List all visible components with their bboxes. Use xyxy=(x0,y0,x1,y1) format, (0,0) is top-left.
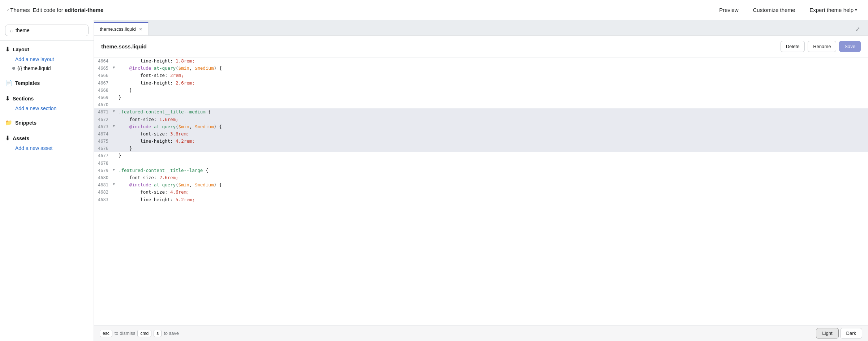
colon: : xyxy=(165,73,168,78)
code-editor[interactable]: 4664 line-height: 1.8rem;4665▼ @include … xyxy=(94,57,868,325)
line-number: 4666 xyxy=(94,72,113,79)
collapse-arrow[interactable]: ▼ xyxy=(113,108,119,116)
table-row: 4679▼.featured-content__title--large { xyxy=(94,167,868,174)
value-token: 2.6rem; xyxy=(176,80,195,86)
code-line-content: font-size: 1.6rem; xyxy=(119,116,868,123)
layout-label: Layout xyxy=(13,47,29,52)
light-theme-button[interactable]: Light xyxy=(816,328,838,338)
add-asset-link[interactable]: Add a new asset xyxy=(5,144,89,152)
line-number: 4672 xyxy=(94,116,113,123)
collapse-arrow xyxy=(113,57,119,65)
table-row: 4670 xyxy=(94,101,868,108)
collapse-arrow xyxy=(113,94,119,101)
header-left: ‹ Themes Edit code for editorial-theme xyxy=(7,7,103,13)
file-header: theme.scss.liquid Delete Rename Save xyxy=(94,36,868,57)
table-row: 4671▼.featured-content__title--medium { xyxy=(94,108,868,116)
var-token: $medium xyxy=(195,182,214,187)
assets-header: ⬇ Assets xyxy=(5,135,89,142)
value-token: 2.6rem; xyxy=(159,175,179,180)
property-token: font-size xyxy=(129,117,154,122)
add-layout-link[interactable]: Add a new layout xyxy=(5,55,89,64)
collapse-arrow xyxy=(113,160,119,167)
templates-label: Templates xyxy=(15,80,40,86)
table-row: 4680 font-size: 2.6rem; xyxy=(94,174,868,181)
collapse-arrow[interactable]: ▼ xyxy=(113,123,119,130)
assets-section: ⬇ Assets Add a new asset xyxy=(0,130,94,154)
templates-icon: 📄 xyxy=(5,79,12,86)
sidebar: ⌕ ⬇ Layout Add a new layout {/} theme.li… xyxy=(0,20,94,341)
themes-back-link[interactable]: ‹ Themes xyxy=(7,7,30,13)
dismiss-label: to dismiss xyxy=(115,331,136,336)
colon: : xyxy=(170,138,173,144)
code-line-content: line-height: 4.2rem; xyxy=(119,138,868,145)
line-number: 4671 xyxy=(94,108,113,116)
property-token: font-size xyxy=(129,175,154,180)
collapse-arrow[interactable]: ▼ xyxy=(113,167,119,174)
colon: : xyxy=(170,58,173,64)
collapse-arrow xyxy=(113,116,119,123)
assets-label: Assets xyxy=(13,135,29,141)
collapse-arrow xyxy=(113,87,119,94)
expert-theme-help-button[interactable]: Expert theme help ▾ xyxy=(806,5,861,15)
search-input[interactable] xyxy=(16,27,84,33)
preview-button[interactable]: Preview xyxy=(716,5,742,15)
line-number: 4673 xyxy=(94,123,113,130)
line-number: 4681 xyxy=(94,181,113,189)
rename-button[interactable]: Rename xyxy=(808,41,836,52)
assets-icon: ⬇ xyxy=(5,135,10,142)
at-keyword: @include xyxy=(129,182,151,187)
colon: : xyxy=(154,175,157,180)
collapse-arrow xyxy=(113,189,119,196)
code-line-content: font-size: 2.6rem; xyxy=(119,174,868,181)
layout-section: ⬇ Layout Add a new layout {/} theme.liqu… xyxy=(0,41,94,74)
title-theme-name: editorial-theme xyxy=(65,7,104,13)
search-box[interactable]: ⌕ xyxy=(5,25,89,36)
selector-token: .featured-content__title--medium xyxy=(119,109,206,115)
theme-liquid-file[interactable]: {/} theme.liquid xyxy=(5,64,89,73)
collapse-arrow xyxy=(113,101,119,108)
collapse-arrow xyxy=(113,72,119,79)
theme-liquid-label: {/} theme.liquid xyxy=(17,65,51,71)
delete-button[interactable]: Delete xyxy=(781,41,805,52)
colon: : xyxy=(154,117,157,122)
line-number: 4670 xyxy=(94,101,113,108)
themes-link-label: Themes xyxy=(10,7,30,13)
code-line-content: line-height: 5.2rem; xyxy=(119,196,868,203)
sections-label: Sections xyxy=(13,96,34,102)
collapse-arrow xyxy=(113,196,119,203)
colon: : xyxy=(165,189,168,195)
table-row: 4683 line-height: 5.2rem; xyxy=(94,196,868,203)
header-title: Edit code for editorial-theme xyxy=(33,7,104,13)
line-number: 4679 xyxy=(94,167,113,174)
value-token: 4.6rem; xyxy=(170,189,189,195)
title-prefix: Edit code for xyxy=(33,7,65,13)
code-line-content: @include at-query($min, $medium) { xyxy=(119,181,868,189)
save-button[interactable]: Save xyxy=(839,41,861,52)
save-hint-label: to save xyxy=(164,331,179,336)
code-line-content: font-size: 2rem; xyxy=(119,72,868,79)
code-line-content: .featured-content__title--medium { xyxy=(119,108,868,116)
add-section-link[interactable]: Add a new section xyxy=(5,104,89,113)
collapse-arrow[interactable]: ▼ xyxy=(113,181,119,189)
line-number: 4668 xyxy=(94,87,113,94)
value-token: 3.6rem; xyxy=(170,131,189,137)
at-keyword: @include xyxy=(129,124,151,129)
tab-close-button[interactable]: ✕ xyxy=(139,27,142,32)
collapse-arrow xyxy=(113,138,119,145)
expand-icon[interactable]: ⤢ xyxy=(851,23,864,35)
footer: esc to dismiss cmd s to save Light Dark xyxy=(94,325,868,341)
var-token: $min xyxy=(179,182,189,187)
tab-theme-scss[interactable]: theme.scss.liquid ✕ xyxy=(94,22,149,35)
var-token: $medium xyxy=(195,65,214,71)
colon: : xyxy=(165,131,168,137)
table-row: 4665▼ @include at-query($min, $medium) { xyxy=(94,65,868,72)
value-token: 1.6rem; xyxy=(159,117,179,122)
customize-theme-button[interactable]: Customize theme xyxy=(749,5,799,15)
table-row: 4682 font-size: 4.6rem; xyxy=(94,189,868,196)
collapse-arrow[interactable]: ▼ xyxy=(113,65,119,72)
line-number: 4669 xyxy=(94,94,113,101)
tab-bar: theme.scss.liquid ✕ ⤢ xyxy=(94,20,868,36)
header: ‹ Themes Edit code for editorial-theme P… xyxy=(0,0,868,20)
dark-theme-button[interactable]: Dark xyxy=(840,328,862,338)
table-row: 4674 font-size: 3.6rem; xyxy=(94,130,868,138)
